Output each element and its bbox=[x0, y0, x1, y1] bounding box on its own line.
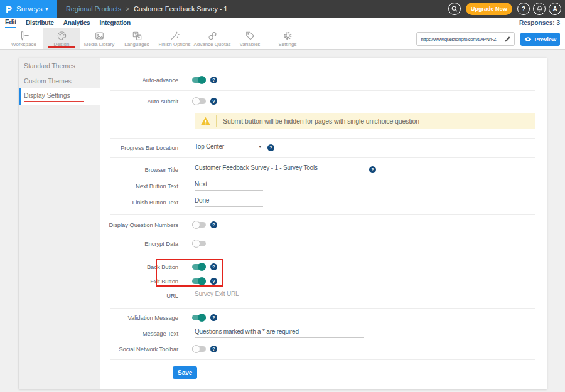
survey-url-box bbox=[416, 32, 515, 46]
toolbar-item-media-library[interactable]: Media Library bbox=[80, 28, 118, 49]
progress-bar-location-row: Progress Bar Location Top Center ▾ ? bbox=[100, 140, 547, 155]
search-icon bbox=[451, 5, 458, 13]
eye-icon bbox=[524, 36, 532, 42]
upgrade-button[interactable]: Upgrade Now bbox=[466, 3, 512, 15]
divider bbox=[110, 138, 535, 139]
help-icon[interactable]: ? bbox=[210, 346, 217, 352]
warning-icon bbox=[195, 117, 216, 126]
responses-count[interactable]: Responses: 3 bbox=[519, 19, 560, 26]
auto-submit-toggle[interactable] bbox=[192, 97, 206, 105]
help-icon[interactable]: ? bbox=[210, 221, 217, 228]
media-library-icon bbox=[94, 31, 105, 41]
finish-options-icon bbox=[170, 31, 180, 41]
exit-url-row: URL Survey Exit URL bbox=[100, 288, 547, 303]
validation-message-row: Validation Message ? bbox=[100, 310, 547, 325]
breadcrumb-separator-icon: > bbox=[126, 6, 129, 13]
display-question-numbers-row: Display Question Numbers ? bbox=[100, 217, 547, 232]
design-icon bbox=[56, 31, 67, 41]
toolbar-item-finish-options[interactable]: Finish Options bbox=[156, 28, 193, 49]
topbar: P Surveys ▾ Regional Products > Customer… bbox=[0, 0, 565, 18]
social-network-toolbar-toggle[interactable] bbox=[192, 345, 206, 353]
progress-bar-location-select[interactable]: Top Center ▾ bbox=[195, 143, 262, 152]
save-button[interactable]: Save bbox=[173, 366, 197, 379]
variables-icon bbox=[245, 31, 256, 41]
settings-icon bbox=[282, 31, 293, 41]
display-question-numbers-toggle[interactable] bbox=[192, 221, 206, 229]
finish-button-text-input[interactable]: Done bbox=[195, 197, 263, 207]
search-button[interactable] bbox=[448, 3, 461, 15]
chevron-down-icon: ▾ bbox=[46, 6, 48, 12]
display-settings-panel: Auto-advance ? Auto-submit ? Su bbox=[100, 58, 547, 389]
message-text-row: Message Text Questions marked with a * a… bbox=[100, 326, 547, 341]
tab-edit[interactable]: Edit bbox=[5, 18, 16, 28]
toolbar-item-advance-quotas[interactable]: Advance Quotas bbox=[193, 28, 231, 49]
toolbar-item-workspace[interactable]: Workspace bbox=[5, 28, 43, 49]
help-icon[interactable]: ? bbox=[210, 263, 217, 270]
message-text-input[interactable]: Questions marked with a * are required bbox=[195, 328, 364, 338]
pencil-icon bbox=[504, 36, 511, 43]
browser-title-input[interactable]: Customer Feedback Survey - 1 - Survey To… bbox=[195, 164, 364, 174]
design-sidebar: Standard Themes Custom Themes Display Se… bbox=[19, 58, 100, 389]
divider bbox=[110, 157, 535, 158]
languages-icon bbox=[132, 31, 143, 41]
auto-advance-row: Auto-advance ? bbox=[100, 72, 547, 87]
chevron-down-icon: ▾ bbox=[259, 144, 261, 149]
sidebar-item-custom-themes[interactable]: Custom Themes bbox=[19, 73, 100, 88]
encrypt-data-row: Encrypt Data bbox=[100, 236, 547, 251]
next-button-text-row: Next Button Text Next bbox=[100, 178, 547, 193]
breadcrumb-current: Customer Feedback Survey - 1 bbox=[134, 5, 227, 13]
auto-submit-row: Auto-submit ? bbox=[100, 93, 547, 109]
help-icon[interactable]: ? bbox=[210, 77, 217, 83]
tab-distribute[interactable]: Distribute bbox=[26, 18, 54, 28]
module-nav: Edit Distribute Analytics Integration Re… bbox=[0, 18, 565, 28]
questionpro-logo-icon: P bbox=[6, 4, 12, 14]
social-network-toolbar-row: Social Network Toolbar ? bbox=[100, 341, 547, 356]
auto-submit-warning: Submit button will be hidden for pages w… bbox=[195, 113, 535, 129]
toolbar-item-design[interactable]: Design bbox=[43, 28, 80, 49]
next-button-text-input[interactable]: Next bbox=[195, 181, 263, 191]
help-icon[interactable]: ? bbox=[210, 278, 217, 285]
back-button-row: Back Button ? bbox=[100, 259, 547, 274]
encrypt-data-toggle[interactable] bbox=[192, 240, 206, 248]
toolbar-item-variables[interactable]: Variables bbox=[231, 28, 269, 49]
workspace-icon bbox=[19, 31, 30, 41]
help-button[interactable]: ? bbox=[517, 3, 530, 15]
page-body: Standard Themes Custom Themes Display Se… bbox=[0, 50, 565, 391]
help-icon[interactable]: ? bbox=[210, 98, 217, 105]
advance-quotas-icon bbox=[207, 31, 218, 41]
help-icon[interactable]: ? bbox=[369, 166, 376, 173]
sidebar-item-standard-themes[interactable]: Standard Themes bbox=[19, 58, 100, 73]
account-button[interactable]: A bbox=[549, 3, 561, 15]
help-icon[interactable]: ? bbox=[267, 144, 274, 151]
exit-url-input[interactable]: Survey Exit URL bbox=[195, 290, 364, 300]
notifications-button[interactable] bbox=[533, 3, 546, 15]
breadcrumb-folder[interactable]: Regional Products bbox=[66, 5, 121, 13]
exit-button-toggle[interactable] bbox=[192, 277, 206, 285]
bell-icon bbox=[536, 5, 543, 13]
validation-message-toggle[interactable] bbox=[192, 314, 206, 322]
divider bbox=[110, 359, 535, 360]
preview-button[interactable]: Preview bbox=[520, 33, 560, 46]
design-settings-card: Standard Themes Custom Themes Display Se… bbox=[19, 58, 547, 389]
surveys-menu[interactable]: P Surveys ▾ bbox=[0, 0, 57, 18]
auto-advance-toggle[interactable] bbox=[192, 76, 206, 84]
back-button-toggle[interactable] bbox=[192, 263, 206, 271]
product-name: Surveys bbox=[16, 5, 43, 13]
sidebar-item-display-settings[interactable]: Display Settings bbox=[19, 88, 100, 105]
toolbar-item-languages[interactable]: Languages bbox=[118, 28, 156, 49]
divider bbox=[110, 214, 535, 215]
exit-button-row: Exit Button ? bbox=[100, 273, 547, 289]
help-icon[interactable]: ? bbox=[210, 314, 217, 321]
tab-integration[interactable]: Integration bbox=[99, 18, 130, 28]
breadcrumb: Regional Products > Customer Feedback Su… bbox=[66, 5, 227, 13]
divider bbox=[110, 255, 535, 255]
survey-url-input[interactable] bbox=[417, 36, 500, 42]
divider bbox=[110, 308, 535, 309]
edit-url-button[interactable] bbox=[500, 33, 514, 45]
toolbar-item-settings[interactable]: Settings bbox=[269, 28, 306, 49]
tab-analytics[interactable]: Analytics bbox=[63, 18, 90, 28]
browser-title-row: Browser Title Customer Feedback Survey -… bbox=[100, 162, 547, 177]
finish-button-text-row: Finish Button Text Done bbox=[100, 194, 547, 209]
edit-toolbar: Workspace Design Media Library Languages… bbox=[0, 28, 565, 50]
active-indicator bbox=[48, 46, 75, 48]
